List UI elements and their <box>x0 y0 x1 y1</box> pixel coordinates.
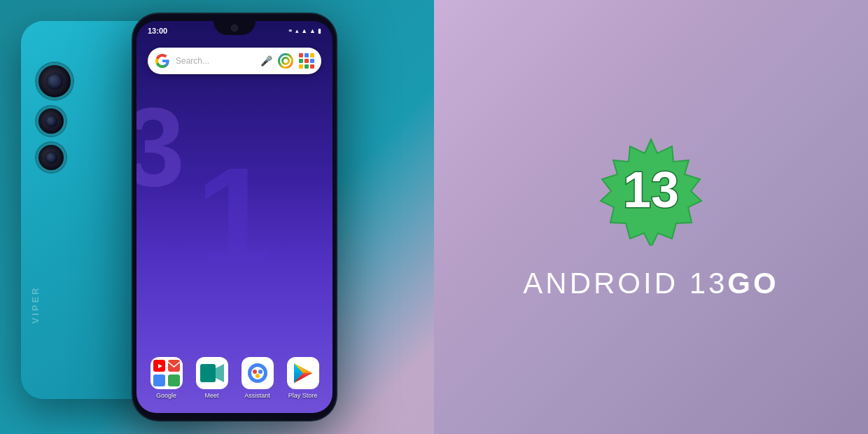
signal-icon: ▲ <box>301 27 307 34</box>
app-playstore[interactable]: Play Store <box>287 357 319 399</box>
status-icons: ⚭ ▴ ▲ ▲ ▮ <box>288 27 321 34</box>
svg-rect-8 <box>168 374 180 386</box>
android-version-text: ANDROID 13GO <box>523 267 778 300</box>
battery-icon: ▮ <box>318 27 321 34</box>
android-go-label: ANDROID 13GO <box>523 267 778 300</box>
svg-point-15 <box>253 370 257 374</box>
search-bar[interactable]: Search... 🎤 <box>148 48 321 74</box>
app-meet[interactable]: Meet <box>196 357 228 399</box>
mic-icon[interactable]: 🎤 <box>260 55 272 66</box>
svg-point-3 <box>284 59 288 63</box>
app-assistant-label: Assistant <box>244 392 270 399</box>
camera-lens-tertiary <box>36 143 66 172</box>
viper-logo: VIPER <box>30 286 41 323</box>
svg-rect-10 <box>200 364 216 382</box>
deco-number-13: 1 <box>195 147 273 287</box>
svg-rect-7 <box>153 374 165 386</box>
deco-number-3: 3 <box>136 91 185 203</box>
svg-point-16 <box>258 370 262 374</box>
phone-screen: 13:00 ⚭ ▴ ▲ ▲ ▮ Search... <box>136 21 332 413</box>
camera-lens-secondary <box>36 106 66 136</box>
search-placeholder: Search... <box>176 56 255 66</box>
wifi-icon: ▴ <box>295 27 299 34</box>
main-scene: 13 ANDROID 13GO VIPER <box>0 0 868 434</box>
front-camera <box>231 24 238 31</box>
camera-lens-main <box>36 63 73 99</box>
bluetooth-icon: ⚭ <box>288 27 293 34</box>
app-google[interactable]: Google <box>150 357 183 399</box>
camera-module <box>36 63 73 172</box>
app-playstore-label: Play Store <box>288 392 318 399</box>
svg-text:13: 13 <box>623 162 679 218</box>
status-time: 13:00 <box>148 27 167 35</box>
svg-rect-6 <box>168 360 180 372</box>
android-badge: 13 <box>595 134 707 246</box>
svg-point-17 <box>255 374 260 378</box>
phone-front: 13:00 ⚭ ▴ ▲ ▲ ▮ Search... <box>133 14 336 420</box>
app-google-label: Google <box>156 392 176 399</box>
google-logo <box>155 53 170 69</box>
app-meet-label: Meet <box>204 392 218 399</box>
apps-grid-icon[interactable] <box>299 53 314 69</box>
google-lens-icon[interactable] <box>278 53 293 69</box>
right-panel: 13 ANDROID 13GO <box>434 0 868 434</box>
signal-bars-icon: ▲ <box>309 27 316 34</box>
screen-decoration: 1 3 <box>136 77 332 357</box>
app-dock: Google Meet <box>136 357 332 399</box>
app-assistant[interactable]: Assistant <box>241 357 274 399</box>
